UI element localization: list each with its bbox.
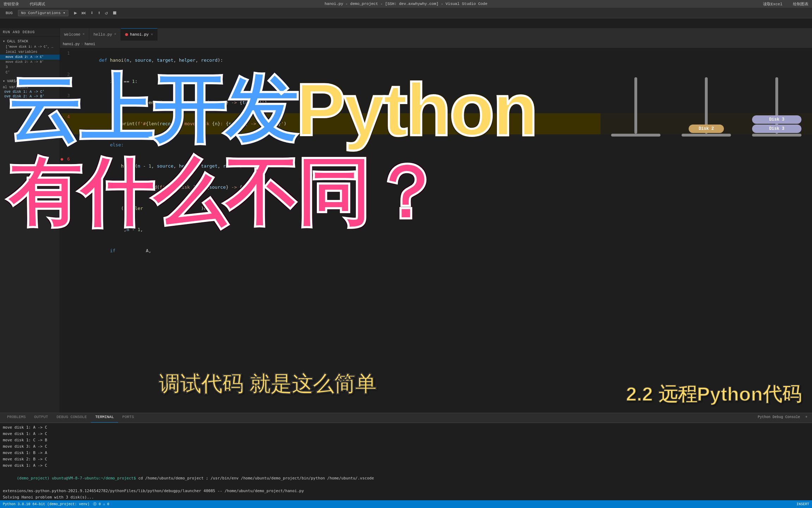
tower-a-base bbox=[611, 134, 660, 137]
add-terminal-button[interactable]: + bbox=[804, 415, 809, 420]
status-insert: INSERT bbox=[796, 502, 809, 506]
status-python[interactable]: Python 3.8.10 64-bit (demo_project: venv… bbox=[3, 502, 90, 506]
bottom-panel: PROBLEMS OUTPUT DEBUG CONSOLE TERMINAL P… bbox=[0, 413, 812, 508]
tab-welcome[interactable]: Welcome × bbox=[60, 28, 89, 41]
breadcrumb-file[interactable]: hanoi.py bbox=[63, 42, 80, 46]
menu-bug[interactable]: BUG bbox=[3, 10, 16, 16]
debug-continue[interactable]: ▶ bbox=[73, 9, 78, 17]
titlebar-left: 密钥登录 代码调试 bbox=[4, 1, 45, 7]
call-stack-item-3[interactable]: 3 bbox=[0, 65, 60, 70]
line-content-7: record.append(f'move disk {n}: {source} … bbox=[74, 177, 812, 198]
tower-c-base bbox=[752, 134, 801, 137]
breadcrumb-symbol[interactable]: hanoi bbox=[85, 42, 95, 46]
terminal-line-ext: extensions/ms-python.python-2021.9.12465… bbox=[3, 488, 809, 494]
line-content-if: if A, bbox=[74, 240, 812, 261]
titlebar-debug-section[interactable]: 代码调试 bbox=[30, 1, 45, 7]
tab-welcome-label: Welcome bbox=[64, 32, 80, 37]
line-num-6: ●6 bbox=[60, 156, 74, 177]
statusbar: Python 3.8.10 64-bit (demo_project: venv… bbox=[0, 500, 812, 508]
call-stack-item-4[interactable]: C' bbox=[0, 70, 60, 75]
status-git[interactable]: ⓪ 0 ⚠ 0 bbox=[93, 502, 109, 507]
panel-right-buttons: Python Debug Console + bbox=[753, 413, 812, 421]
panel-tabs: PROBLEMS OUTPUT DEBUG CONSOLE TERMINAL P… bbox=[0, 413, 812, 423]
tab-hanoi-label: hanoi.py bbox=[130, 32, 149, 37]
breadcrumb: hanoi.py › hanoi bbox=[60, 41, 812, 48]
tabs-bar: Welcome × hello.py × hanoi.py × bbox=[60, 28, 812, 41]
terminal-line-solving: Solving Hanoi problem with 3 disk(s)... bbox=[3, 494, 809, 501]
titlebar-read-excel[interactable]: 读取Excel bbox=[763, 1, 782, 7]
line-num-if bbox=[60, 240, 74, 261]
line-num-9: 9 bbox=[60, 219, 74, 240]
menubar: BUG No Configurations ▾ ▶ ⏭ ⬇ ⬆ ↺ ⏹ bbox=[0, 8, 812, 18]
breadcrumb-sep: › bbox=[81, 42, 83, 46]
titlebar-title: hanoi.py - demo_project - [SSH: dev.axwh… bbox=[325, 2, 487, 6]
sidebar-header: RUN AND DEBUG bbox=[0, 28, 60, 37]
titlebar-secret-login[interactable]: 密钥登录 bbox=[4, 1, 19, 7]
menu-config-selector[interactable]: No Configurations ▾ bbox=[18, 11, 68, 15]
line-content-9: ,n - 1, bbox=[74, 219, 812, 240]
terminal-line-5: move disk 2: B -> C bbox=[3, 456, 809, 462]
call-stack-item-1[interactable]: move disk 2: A -> C' bbox=[0, 55, 60, 60]
terminal-line-1: move disk 1: A -> C bbox=[3, 431, 809, 437]
tab-hello[interactable]: hello.py × bbox=[89, 28, 121, 41]
call-stack-title[interactable]: ▾ CALL STACK bbox=[0, 38, 60, 44]
debug-stop[interactable]: ⏹ bbox=[111, 10, 118, 17]
code-line-if: if A, bbox=[60, 240, 812, 261]
tower-b-base bbox=[682, 134, 731, 137]
tab-hanoi-close[interactable]: × bbox=[151, 33, 153, 37]
tower-a-pole bbox=[634, 77, 637, 134]
terminal-line-6: move disk 1: A -> C bbox=[3, 462, 809, 469]
line-num-5: 5 bbox=[60, 134, 74, 156]
titlebar: 密钥登录 代码调试 hanoi.py - demo_project - [SSH… bbox=[0, 0, 812, 8]
code-line-8: 8 (f'#{ler )et') bbox=[60, 198, 812, 219]
variables-title[interactable]: ▾ VARIABLES bbox=[0, 78, 60, 84]
tab-hanoi[interactable]: hanoi.py × bbox=[121, 28, 158, 41]
call-stack-section: ▾ CALL STACK ['move disk 1: A -> C', 'mo… bbox=[0, 37, 60, 77]
tower-c: Disk 3 Disk 3 bbox=[749, 88, 805, 137]
code-line-7: 7 record.append(f'move disk {n}: {source… bbox=[60, 177, 812, 198]
terminal-line-cmd: (demo_project) ubuntu@VM-8-7-ubuntu:~/de… bbox=[3, 469, 809, 488]
code-line-9: 9 ,n - 1, bbox=[60, 219, 812, 240]
line-num-1: 1 bbox=[60, 50, 74, 71]
terminal-line-4: move disk 1: B -> A bbox=[3, 450, 809, 456]
tower-b-disk2: Disk 2 bbox=[689, 125, 724, 133]
tab-welcome-close[interactable]: × bbox=[82, 32, 85, 36]
tab-terminal[interactable]: TERMINAL bbox=[91, 413, 118, 423]
tab-problems[interactable]: PROBLEMS bbox=[3, 413, 30, 423]
towers-container: Disk 2 Disk 3 Disk 3 bbox=[601, 48, 812, 147]
line-num-2: 2 bbox=[60, 71, 74, 92]
line-num-4: ●4 bbox=[60, 113, 74, 134]
call-stack-item-vars[interactable]: local variables bbox=[0, 49, 60, 55]
line-num-7: 7 bbox=[60, 177, 74, 198]
hanoi-visualization: Disk 2 Disk 3 Disk 3 bbox=[601, 48, 812, 147]
tab-hanoi-modified-dot bbox=[125, 33, 128, 36]
terminal-line-2: move disk 1: C -> B bbox=[3, 437, 809, 443]
line-num-8: 8 bbox=[60, 198, 74, 219]
debug-restart[interactable]: ↺ bbox=[104, 9, 109, 17]
debug-step-over[interactable]: ⏭ bbox=[80, 10, 88, 17]
terminal-content[interactable]: move disk 1: A -> C move disk 1: A -> C … bbox=[0, 423, 812, 508]
debug-step-into[interactable]: ⬇ bbox=[89, 9, 95, 17]
tower-c-disk3-bot: Disk 3 bbox=[752, 125, 801, 133]
line-num-3: 3 bbox=[60, 92, 74, 113]
tab-hello-label: hello.py bbox=[93, 32, 112, 37]
tab-debug-console[interactable]: DEBUG CONSOLE bbox=[52, 413, 91, 423]
titlebar-draw-chart[interactable]: 绘制图表 bbox=[793, 1, 808, 7]
tab-ports[interactable]: PORTS bbox=[118, 413, 138, 423]
titlebar-right: 读取Excel 绘制图表 bbox=[763, 1, 808, 7]
line-content-6: hanoi(n - 1, source, helper, target, rec… bbox=[74, 156, 812, 177]
tower-b: Disk 2 bbox=[678, 88, 734, 137]
tab-hello-close[interactable]: × bbox=[114, 32, 116, 36]
tower-c-disk3-top: Disk 3 bbox=[752, 115, 801, 124]
tab-output[interactable]: OUTPUT bbox=[30, 413, 53, 423]
var-al: al variables bbox=[3, 85, 57, 90]
var-disk2: ove disk 2: A -> B' bbox=[3, 94, 57, 99]
variables-section: ▾ VARIABLES al variables ove disk 1: A -… bbox=[0, 77, 60, 101]
call-stack-item-2[interactable]: move disk 2: A -> B' bbox=[0, 60, 60, 65]
tower-a bbox=[608, 88, 664, 137]
line-content-8: (f'#{ler )et') bbox=[74, 198, 812, 219]
status-right: INSERT bbox=[796, 502, 809, 506]
debug-step-out[interactable]: ⬆ bbox=[96, 9, 102, 17]
call-stack-item-0[interactable]: ['move disk 1: A -> C', 'move disk 2... bbox=[0, 44, 60, 49]
terminal-line-0: move disk 1: A -> C bbox=[3, 424, 809, 431]
